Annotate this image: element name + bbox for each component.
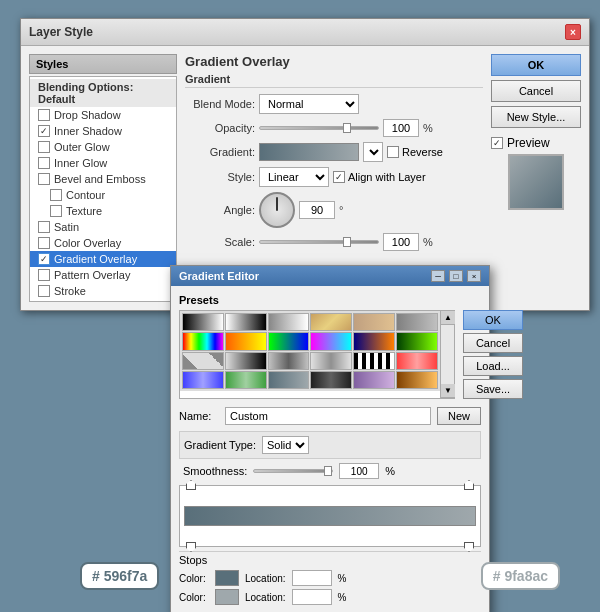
new-button[interactable]: New [437, 407, 481, 425]
preset-item-0[interactable] [182, 313, 224, 331]
opacity-input[interactable] [383, 119, 419, 137]
style-outer-glow[interactable]: Outer Glow [30, 139, 176, 155]
ge-ok-button[interactable]: OK [463, 310, 523, 330]
preset-item-21[interactable] [310, 371, 352, 389]
gradient-overlay-checkbox[interactable] [38, 253, 50, 265]
preset-item-3[interactable] [310, 313, 352, 331]
preset-item-23[interactable] [396, 371, 438, 389]
style-texture[interactable]: Texture [30, 203, 176, 219]
location-input-1[interactable] [292, 570, 332, 586]
style-blending-options[interactable]: Blending Options: Default [30, 79, 176, 107]
contour-label: Contour [66, 189, 105, 201]
preset-item-2[interactable] [268, 313, 310, 331]
smoothness-thumb[interactable] [324, 466, 332, 476]
preset-item-22[interactable] [353, 371, 395, 389]
preset-item-1[interactable] [225, 313, 267, 331]
gradient-bar[interactable] [184, 506, 476, 526]
preview-checkbox[interactable] [491, 137, 503, 149]
opacity-stop-right[interactable] [464, 480, 474, 490]
preview-label-text: Preview [507, 136, 550, 150]
name-input[interactable] [225, 407, 431, 425]
texture-checkbox[interactable] [50, 205, 62, 217]
preset-item-17[interactable] [396, 352, 438, 370]
ge-load-button[interactable]: Load... [463, 356, 523, 376]
location-input-2[interactable] [292, 589, 332, 605]
preset-item-19[interactable] [225, 371, 267, 389]
cancel-button[interactable]: Cancel [491, 80, 581, 102]
preset-item-9[interactable] [310, 332, 352, 350]
bevel-emboss-checkbox[interactable] [38, 173, 50, 185]
satin-checkbox[interactable] [38, 221, 50, 233]
scale-unit: % [423, 236, 433, 248]
style-pattern-overlay[interactable]: Pattern Overlay [30, 267, 176, 283]
style-contour[interactable]: Contour [30, 187, 176, 203]
smoothness-slider[interactable] [253, 469, 333, 473]
scale-thumb[interactable] [343, 237, 351, 247]
scroll-down-arrow[interactable]: ▼ [441, 384, 455, 398]
angle-input[interactable] [299, 201, 335, 219]
ge-close-btn[interactable]: × [467, 270, 481, 282]
style-bevel-emboss[interactable]: Bevel and Emboss [30, 171, 176, 187]
blending-options-label: Blending Options: Default [38, 81, 168, 105]
ge-minimize-btn[interactable]: ─ [431, 270, 445, 282]
align-label[interactable]: Align with Layer [333, 171, 426, 183]
stroke-checkbox[interactable] [38, 285, 50, 297]
gradient-type-select[interactable]: Solid [262, 436, 309, 454]
style-color-overlay[interactable]: Color Overlay [30, 235, 176, 251]
preset-item-6[interactable] [182, 332, 224, 350]
contour-checkbox[interactable] [50, 189, 62, 201]
preset-item-14[interactable] [268, 352, 310, 370]
inner-glow-checkbox[interactable] [38, 157, 50, 169]
reverse-checkbox[interactable] [387, 146, 399, 158]
inner-shadow-checkbox[interactable] [38, 125, 50, 137]
angle-dial[interactable] [259, 192, 295, 228]
scale-input[interactable] [383, 233, 419, 251]
preset-item-5[interactable] [396, 313, 438, 331]
outer-glow-checkbox[interactable] [38, 141, 50, 153]
color-swatch-left[interactable] [215, 570, 239, 586]
opacity-slider[interactable] [259, 126, 379, 130]
style-select[interactable]: Linear [259, 167, 329, 187]
texture-label: Texture [66, 205, 102, 217]
ge-maximize-btn[interactable]: □ [449, 270, 463, 282]
scale-slider[interactable] [259, 240, 379, 244]
color-swatch-right[interactable] [215, 589, 239, 605]
align-checkbox[interactable] [333, 171, 345, 183]
ge-cancel-button[interactable]: Cancel [463, 333, 523, 353]
stop-row-1: Color: Location: % [179, 570, 481, 586]
smoothness-input[interactable] [339, 463, 379, 479]
preset-item-10[interactable] [353, 332, 395, 350]
gradient-dropdown[interactable]: ▼ [363, 142, 383, 162]
close-button[interactable]: × [565, 24, 581, 40]
style-satin[interactable]: Satin [30, 219, 176, 235]
opacity-thumb[interactable] [343, 123, 351, 133]
preset-item-15[interactable] [310, 352, 352, 370]
opacity-stop-left[interactable] [186, 480, 196, 490]
scroll-up-arrow[interactable]: ▲ [441, 311, 455, 325]
blend-mode-select[interactable]: Normal [259, 94, 359, 114]
preset-item-4[interactable] [353, 313, 395, 331]
new-style-button[interactable]: New Style... [491, 106, 581, 128]
opacity-label: Opacity: [185, 122, 255, 134]
preset-item-7[interactable] [225, 332, 267, 350]
preset-item-8[interactable] [268, 332, 310, 350]
ok-button[interactable]: OK [491, 54, 581, 76]
preset-item-11[interactable] [396, 332, 438, 350]
style-drop-shadow[interactable]: Drop Shadow [30, 107, 176, 123]
preset-item-13[interactable] [225, 352, 267, 370]
preset-item-18[interactable] [182, 371, 224, 389]
pattern-overlay-checkbox[interactable] [38, 269, 50, 281]
ge-save-button[interactable]: Save... [463, 379, 523, 399]
dial-line [276, 197, 278, 211]
style-inner-shadow[interactable]: Inner Shadow [30, 123, 176, 139]
color-overlay-checkbox[interactable] [38, 237, 50, 249]
style-gradient-overlay[interactable]: Gradient Overlay [30, 251, 176, 267]
gradient-preview[interactable] [259, 143, 359, 161]
style-stroke[interactable]: Stroke [30, 283, 176, 299]
drop-shadow-checkbox[interactable] [38, 109, 50, 121]
reverse-label[interactable]: Reverse [387, 146, 443, 158]
preset-item-12[interactable] [182, 352, 224, 370]
preset-item-16[interactable] [353, 352, 395, 370]
style-inner-glow[interactable]: Inner Glow [30, 155, 176, 171]
preset-item-20[interactable] [268, 371, 310, 389]
